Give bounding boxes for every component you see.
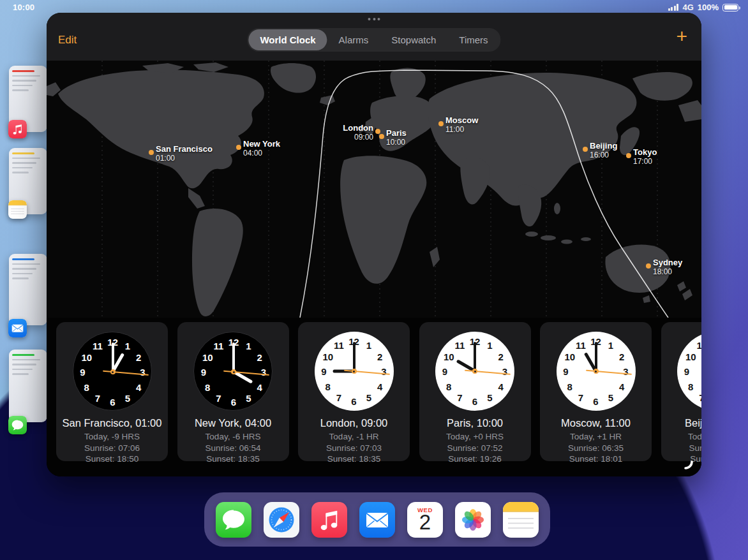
recent-app-icon-wrap[interactable]: [8, 120, 27, 138]
tab-timers[interactable]: Timers: [447, 29, 499, 50]
clock-numeral: 9: [442, 366, 447, 377]
city-time: 17:00: [633, 157, 657, 166]
world-map: San Francisco01:00New York04:00London09:…: [47, 61, 701, 318]
city-cards-row: 123456789101112San Francisco, 01:00Today…: [47, 318, 701, 476]
city-time: 16:00: [590, 151, 617, 159]
map-city-moscow: Moscow11:00: [438, 121, 444, 126]
tab-stopwatch[interactable]: Stopwatch: [380, 29, 447, 50]
continents: [47, 63, 701, 316]
strip-app-notes-icon[interactable]: [8, 200, 27, 219]
clock-numeral: 7: [699, 392, 701, 402]
minute-hand: [232, 343, 235, 372]
world-clock-card-beijing[interactable]: 123456789101112Beijing, 16:00Today, +7 H…: [661, 322, 702, 461]
card-city-time: New York, 04:00: [177, 417, 289, 429]
clock-numeral: 6: [593, 396, 598, 407]
world-map-graphic: [47, 61, 701, 318]
card-city-time: San Francisco, 01:00: [56, 417, 168, 429]
status-right-cluster: 4G 100%: [668, 3, 740, 12]
clock-numeral: 4: [257, 381, 262, 392]
tab-world-clock[interactable]: World Clock: [248, 29, 327, 50]
card-sunset: Sunset: 18:35: [177, 453, 289, 465]
map-city-beijing: Beijing16:00: [583, 147, 588, 152]
window-drag-handle[interactable]: [368, 18, 380, 20]
clock-numeral: 2: [136, 351, 141, 362]
clock-numeral: 5: [366, 392, 371, 402]
dock-app-mail-icon[interactable]: [359, 502, 395, 538]
clock-numeral: 2: [377, 351, 382, 362]
clock-center-pin: [352, 369, 357, 374]
clock-numeral: 10: [685, 351, 696, 362]
city-name: London: [343, 123, 373, 133]
world-clock-card-san-francisco[interactable]: 123456789101112San Francisco, 01:00Today…: [56, 322, 168, 461]
signal-strength-icon: [668, 4, 679, 11]
dock-app-photos-icon[interactable]: [455, 502, 491, 538]
thumb-line: [12, 85, 33, 87]
thumb-line: [12, 273, 33, 275]
thumb-accent-line: [12, 70, 34, 72]
map-city-new-york: New York04:00: [236, 145, 241, 150]
strip-app-messages-icon[interactable]: [8, 416, 27, 434]
clock-numeral: 1: [487, 340, 492, 351]
strip-app-mail-icon[interactable]: [8, 319, 27, 337]
clock-numeral: 4: [619, 381, 624, 392]
clock-numeral: 7: [336, 392, 341, 402]
dock-app-music-icon[interactable]: [311, 502, 347, 538]
map-city-label: Paris10:00: [386, 128, 407, 147]
thumb-line: [12, 369, 33, 371]
recent-app-thumbnail-mail[interactable]: [9, 254, 47, 325]
thumb-line: [12, 263, 40, 265]
world-clock-card-london[interactable]: 123456789101112London, 09:00Today, -1 HR…: [298, 322, 410, 461]
clock-numeral: 7: [95, 392, 100, 403]
card-text: San Francisco, 01:00Today, -9 HRSSunrise…: [56, 417, 168, 465]
analog-clock-face: 123456789101112: [315, 332, 394, 411]
clock-numeral: 8: [446, 381, 451, 392]
dock-app-notes-icon[interactable]: [503, 502, 539, 538]
dock-app-messages-icon[interactable]: [216, 502, 251, 538]
add-city-button[interactable]: +: [676, 27, 687, 46]
thumb-accent-line: [12, 152, 34, 154]
clock-numeral: 5: [608, 392, 613, 402]
thumb-line: [12, 172, 29, 173]
clock-numeral: 6: [351, 396, 356, 407]
thumb-line: [12, 268, 36, 270]
tab-alarms[interactable]: Alarms: [327, 29, 380, 50]
world-clock-card-moscow[interactable]: 123456789101112Moscow, 11:00Today, +1 HR…: [540, 322, 652, 461]
edit-button[interactable]: Edit: [58, 34, 77, 47]
clock-numeral: 6: [110, 397, 115, 408]
card-sunrise: Sunrise: 06:54: [177, 443, 289, 454]
network-type: 4G: [682, 3, 693, 12]
recent-app-thumbnail-messages[interactable]: [9, 350, 47, 422]
window-resize-handle[interactable]: [684, 460, 696, 473]
clock-app-window: Edit + World ClockAlarmsStopwatchTimers: [47, 13, 701, 476]
clock-numeral: 1: [246, 341, 251, 351]
analog-clock-face: 123456789101112: [677, 332, 701, 411]
clock-numeral: 3: [140, 367, 145, 378]
card-sunrise: Sunrise: 07:06: [56, 443, 168, 454]
clock-numeral: 4: [498, 381, 504, 392]
card-sunset: Sunset: 18:35: [298, 453, 410, 465]
clock-numeral: 1: [608, 340, 613, 351]
recent-app-icon-wrap[interactable]: [8, 200, 27, 219]
clock-numeral: 3: [261, 367, 266, 378]
analog-clock-face: 123456789101112: [193, 332, 273, 411]
thumb-line: [12, 80, 36, 82]
thumb-accent-line: [12, 354, 34, 356]
strip-app-music-icon[interactable]: [8, 120, 27, 138]
card-sunrise: Sunrise: 06:35: [540, 443, 652, 454]
world-clock-card-new-york[interactable]: 123456789101112New York, 04:00Today, -6 …: [177, 322, 289, 461]
calendar-day: 2: [407, 510, 443, 534]
card-text: London, 09:00Today, -1 HRSunrise: 07:03S…: [298, 417, 410, 465]
dock-app-calendar-icon[interactable]: WED2: [407, 502, 443, 538]
city-time: 04:00: [243, 149, 280, 158]
clock-numeral: 11: [214, 341, 224, 351]
clock-numeral: 5: [246, 392, 251, 403]
world-clock-card-paris[interactable]: 123456789101112Paris, 10:00Today, +0 HRS…: [419, 322, 531, 461]
clock-numeral: 7: [216, 392, 221, 403]
map-city-sydney: Sydney18:00: [646, 263, 651, 269]
recent-app-icon-wrap[interactable]: [8, 416, 27, 434]
thumb-line: [12, 277, 29, 279]
recent-app-icon-wrap[interactable]: [8, 319, 27, 337]
battery-icon: [722, 4, 738, 11]
clock-numeral: 9: [321, 366, 326, 377]
dock-app-safari-icon[interactable]: [264, 502, 299, 538]
